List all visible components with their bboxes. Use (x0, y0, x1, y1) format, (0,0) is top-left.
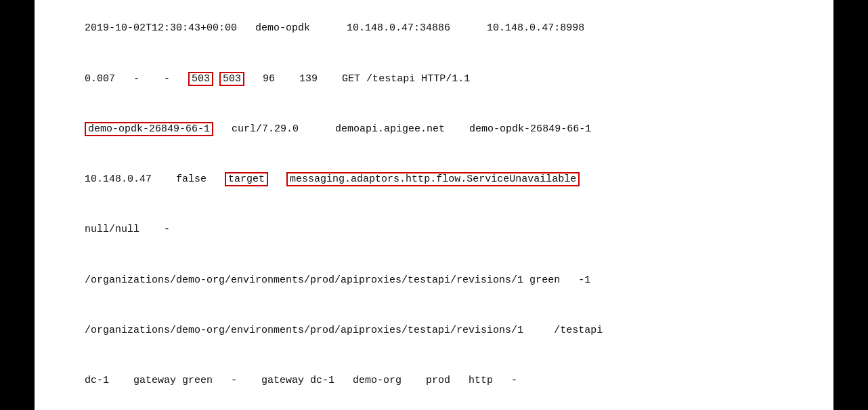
log-line-8: dc-1 gateway green - gateway dc-1 demo-o… (48, 356, 820, 406)
log-line-7: /organizations/demo-org/environments/pro… (48, 306, 820, 356)
log-line-4: 10.148.0.47 false target messaging.adapt… (48, 155, 820, 205)
log-line-2: 0.007 - - 503 503 96 139 GET /testapi HT… (48, 54, 820, 104)
log-line-6: /organizations/demo-org/environments/pro… (48, 255, 820, 306)
log-line-5: null/null - (48, 205, 820, 255)
log-content-box: 2019-10-02T12:30:43+00:00 demo-opdk 10.1… (35, 0, 833, 410)
main-container: MessageID Status code 2019-10-02T12:30:4… (0, 0, 868, 410)
status-503b: 503 (219, 72, 244, 86)
log-line-3: demo-opdk-26849-66-1 curl/7.29.0 demoapi… (48, 104, 820, 155)
status-503a: 503 (188, 72, 213, 86)
messageid-value: demo-opdk-26849-66-1 (85, 122, 213, 136)
fault-code-value: messaging.adaptors.http.flow.ServiceUnav… (286, 172, 580, 186)
log-line-1: 2019-10-02T12:30:43+00:00 demo-opdk 10.1… (48, 4, 820, 54)
fault-source-value: target (225, 172, 268, 186)
